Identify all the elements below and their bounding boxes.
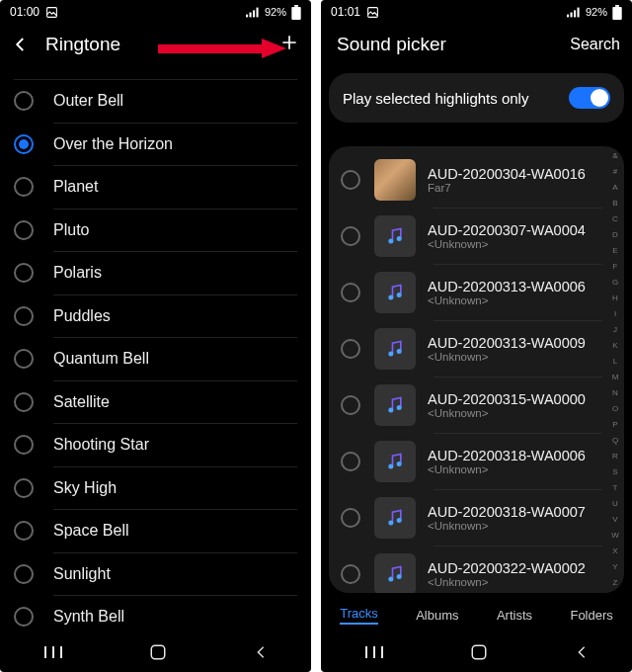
radio-button[interactable]: [14, 306, 34, 326]
track-artist: <Unknown>: [428, 407, 586, 419]
radio-button[interactable]: [14, 392, 34, 412]
index-letter[interactable]: B: [608, 200, 622, 208]
index-letter[interactable]: M: [608, 374, 622, 381]
add-button[interactable]: [279, 33, 299, 56]
radio-button[interactable]: [341, 564, 360, 584]
ringtone-row[interactable]: Planet: [0, 166, 311, 209]
ringtone-row[interactable]: Polaris: [0, 252, 311, 294]
track-row[interactable]: AUD-20200307-WA0004<Unknown>: [329, 209, 624, 264]
index-letter[interactable]: E: [608, 247, 622, 255]
radio-button[interactable]: [341, 226, 360, 246]
radio-button[interactable]: [14, 177, 34, 197]
status-bar: 01:00 92%: [0, 0, 311, 24]
back-nav-button[interactable]: [253, 644, 269, 664]
index-letter[interactable]: F: [608, 263, 622, 271]
home-button[interactable]: [470, 643, 488, 665]
ringtone-row[interactable]: Shooting Star: [0, 424, 311, 466]
track-artist: Far7: [428, 182, 586, 194]
ringtone-row[interactable]: Outer Bell: [0, 80, 311, 123]
radio-button[interactable]: [341, 170, 360, 190]
radio-button[interactable]: [341, 395, 360, 415]
index-letter[interactable]: L: [608, 358, 622, 366]
radio-button[interactable]: [14, 478, 34, 498]
ringtone-list[interactable]: Outer BellOver the HorizonPlanetPlutoPol…: [0, 79, 311, 636]
index-letter[interactable]: J: [608, 326, 622, 334]
signal-icon: [246, 7, 260, 18]
radio-button[interactable]: [14, 349, 34, 369]
svg-point-28: [388, 577, 393, 582]
phone-right: 01:01 92% Sound picker Search Play selec…: [321, 0, 632, 672]
index-letter[interactable]: Z: [608, 579, 622, 587]
index-letter[interactable]: T: [608, 484, 622, 492]
radio-button[interactable]: [14, 91, 34, 111]
radio-button[interactable]: [14, 134, 34, 154]
ringtone-row[interactable]: Synth Bell: [0, 596, 311, 636]
index-letter[interactable]: Q: [608, 437, 622, 445]
track-row[interactable]: AUD-20200313-WA0009<Unknown>: [329, 321, 624, 377]
index-letter[interactable]: A: [608, 184, 622, 192]
track-row[interactable]: AUD-20200322-WA0002<Unknown>: [329, 546, 624, 593]
radio-button[interactable]: [14, 220, 34, 240]
back-button[interactable]: [12, 36, 36, 53]
recents-button[interactable]: [364, 645, 384, 663]
index-scrollbar[interactable]: &#ABCDEFGHIJKLMNOPQRSTUVWXYZ: [608, 152, 622, 587]
ringtone-row[interactable]: Satellite: [0, 381, 311, 424]
home-button[interactable]: [149, 643, 167, 665]
ringtone-row[interactable]: Sky High: [0, 467, 311, 510]
recents-button[interactable]: [43, 645, 63, 663]
radio-button[interactable]: [14, 564, 34, 584]
index-letter[interactable]: Y: [608, 563, 622, 571]
tab-artists[interactable]: Artists: [497, 608, 532, 623]
index-letter[interactable]: #: [608, 168, 622, 176]
track-artist: <Unknown>: [428, 520, 586, 532]
radio-button[interactable]: [14, 435, 34, 455]
svg-rect-4: [256, 7, 258, 17]
highlights-toggle[interactable]: [569, 87, 610, 109]
back-nav-button[interactable]: [574, 644, 590, 664]
music-note-icon: [374, 553, 416, 593]
radio-button[interactable]: [341, 339, 360, 359]
ringtone-row[interactable]: Sunlight: [0, 553, 311, 596]
ringtone-row[interactable]: Quantum Bell: [0, 338, 311, 380]
index-letter[interactable]: W: [608, 532, 622, 540]
index-letter[interactable]: N: [608, 389, 622, 397]
index-letter[interactable]: O: [608, 405, 622, 413]
search-button[interactable]: Search: [570, 36, 620, 53]
tab-albums[interactable]: Albums: [416, 608, 458, 623]
index-letter[interactable]: X: [608, 547, 622, 555]
index-letter[interactable]: U: [608, 500, 622, 508]
radio-button[interactable]: [341, 452, 360, 471]
index-letter[interactable]: V: [608, 516, 622, 524]
track-row[interactable]: AUD-20200313-WA0006<Unknown>: [329, 265, 624, 320]
index-letter[interactable]: C: [608, 215, 622, 223]
radio-button[interactable]: [14, 263, 34, 283]
track-row[interactable]: AUD-20200304-WA0016Far7: [329, 152, 624, 208]
track-row[interactable]: AUD-20200318-WA0006<Unknown>: [329, 434, 624, 489]
ringtone-row[interactable]: Puddles: [0, 295, 311, 338]
ringtone-row[interactable]: Over the Horizon: [0, 124, 311, 166]
index-letter[interactable]: P: [608, 421, 622, 429]
index-letter[interactable]: S: [608, 468, 622, 476]
tab-folders[interactable]: Folders: [570, 608, 612, 623]
index-letter[interactable]: G: [608, 279, 622, 287]
ringtone-row[interactable]: Pluto: [0, 210, 311, 252]
radio-button[interactable]: [341, 508, 360, 528]
music-note-icon: [374, 215, 416, 257]
radio-button[interactable]: [14, 521, 34, 541]
radio-button[interactable]: [341, 283, 360, 302]
index-letter[interactable]: K: [608, 342, 622, 350]
track-list[interactable]: &#ABCDEFGHIJKLMNOPQRSTUVWXYZ AUD-2020030…: [329, 146, 624, 593]
radio-button[interactable]: [14, 607, 34, 627]
index-letter[interactable]: R: [608, 453, 622, 461]
tab-tracks[interactable]: Tracks: [340, 606, 378, 625]
index-letter[interactable]: I: [608, 310, 622, 318]
track-title: AUD-20200304-WA0016: [428, 166, 586, 182]
index-letter[interactable]: H: [608, 294, 622, 302]
index-letter[interactable]: &: [608, 152, 622, 160]
track-row[interactable]: AUD-20200315-WA0000<Unknown>: [329, 378, 624, 433]
battery-icon: [612, 5, 622, 20]
svg-point-23: [397, 405, 402, 410]
ringtone-row[interactable]: Space Bell: [0, 510, 311, 552]
track-row[interactable]: AUD-20200318-WA0007<Unknown>: [329, 490, 624, 546]
index-letter[interactable]: D: [608, 231, 622, 239]
